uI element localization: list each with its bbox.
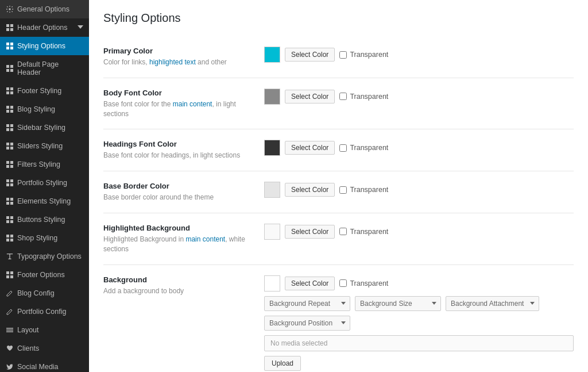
svg-rect-11 [6,69,9,72]
sidebar-item-elements-styling[interactable]: Elements Styling [0,192,89,210]
svg-rect-26 [10,143,13,145]
edit-icon [6,289,14,297]
svg-rect-16 [10,91,13,94]
setting-base-border-color: Base Border Color Base border color arou… [103,171,574,213]
x-icon [6,326,14,334]
sidebar-item-footer-options[interactable]: Footer Options [0,266,89,284]
sidebar-item-shop-styling[interactable]: Shop Styling [0,229,89,247]
grid-icon [6,142,14,150]
select-color-button[interactable]: Select Color [285,277,335,290]
svg-rect-9 [6,65,9,68]
svg-rect-30 [10,161,13,164]
svg-rect-43 [6,220,9,223]
svg-rect-48 [10,239,13,241]
transparent-checkbox[interactable] [339,51,347,59]
media-input[interactable] [264,335,574,351]
sidebar-item-sliders-styling[interactable]: Sliders Styling [0,137,89,155]
svg-rect-5 [6,43,9,45]
sidebar-item-styling-options[interactable]: Styling Options [0,37,89,55]
bg-size-select[interactable]: Background Size autocovercontain [355,296,441,311]
setting-label: Body Font Color [103,89,253,97]
transparent-checkbox[interactable] [339,228,347,235]
svg-rect-44 [10,220,13,223]
setting-body-font-color: Body Font Color Base font color for the … [103,78,574,130]
svg-rect-35 [6,183,9,186]
sidebar-item-blog-config[interactable]: Blog Config [0,284,89,302]
sidebar-item-footer-styling[interactable]: Footer Styling [0,82,89,100]
svg-rect-15 [6,91,9,94]
setting-label: Primary Color [103,47,253,55]
svg-rect-13 [6,87,9,90]
color-swatch-headings [264,140,280,156]
select-color-button[interactable]: Select Color [285,48,335,62]
gear-icon [6,5,14,13]
background-position-row: Background Position left topcenter topri… [264,316,574,331]
grid-icon [6,105,14,113]
transparent-checkbox[interactable] [339,144,347,152]
svg-rect-29 [6,161,9,164]
twitter-icon [6,363,14,371]
transparent-checkbox-label: Transparent [339,51,388,59]
sidebar-item-general-options[interactable]: General Options [0,0,89,18]
svg-rect-3 [6,28,9,31]
setting-desc: Color for links, highlighted text and ot… [103,57,253,67]
svg-rect-42 [10,216,13,219]
sidebar-item-label: Layout [17,326,39,334]
sidebar-item-filters-styling[interactable]: Filters Styling [0,155,89,174]
select-color-button[interactable]: Select Color [285,90,335,103]
svg-rect-23 [6,128,9,131]
svg-rect-2 [10,24,13,27]
color-swatch-primary [264,47,280,63]
sidebar-item-blog-styling[interactable]: Blog Styling [0,100,89,118]
grid-icon [6,64,14,72]
svg-rect-46 [10,235,13,237]
sidebar-item-label: Shop Styling [17,234,57,242]
svg-rect-1 [6,24,9,27]
svg-rect-19 [6,110,9,113]
sidebar-item-label: Social Media [17,363,59,371]
transparent-checkbox-label: Transparent [339,144,388,152]
sidebar-item-default-page-header[interactable]: Default Page Header [0,55,89,82]
select-color-button[interactable]: Select Color [285,183,335,197]
transparent-checkbox[interactable] [339,186,347,194]
sidebar-item-label: Sliders Styling [17,142,63,150]
sidebar-item-sidebar-styling[interactable]: Sidebar Styling [0,118,89,137]
page-title: Styling Options [103,11,574,25]
sidebar-item-clients[interactable]: Clients [0,339,89,358]
heart-icon [6,344,14,352]
grid-icon [6,234,14,242]
setting-label: Background [103,275,253,284]
bg-position-select[interactable]: Background Position left topcenter topri… [264,316,350,331]
svg-rect-51 [6,275,9,278]
transparent-checkbox[interactable] [339,93,347,100]
setting-label: Base Border Color [103,182,253,190]
select-color-button[interactable]: Select Color [285,225,335,239]
sidebar-item-layout[interactable]: Layout [0,321,89,339]
bg-attachment-select[interactable]: Background Attachment scrollfixedlocal [446,296,539,311]
svg-rect-12 [10,69,13,72]
grid-icon [6,124,14,132]
transparent-checkbox[interactable] [339,279,347,287]
svg-rect-4 [10,28,13,31]
svg-rect-31 [6,165,9,168]
svg-rect-36 [10,183,13,186]
transparent-checkbox-label: Transparent [339,279,388,287]
bg-repeat-select[interactable]: Background Repeat no-repeatrepeatrepeat-… [264,296,350,311]
select-color-button[interactable]: Select Color [285,141,335,155]
sidebar-item-portfolio-styling[interactable]: Portfolio Styling [0,174,89,192]
upload-button[interactable]: Upload [264,356,301,371]
grid-icon [6,42,14,50]
sidebar-item-portfolio-config[interactable]: Portfolio Config [0,302,89,321]
sidebar-item-typography-options[interactable]: Typography Options [0,247,89,266]
sidebar-item-social-media[interactable]: Social Media [0,358,89,372]
sidebar-item-label: Portfolio Config [17,308,66,316]
sidebar-item-buttons-styling[interactable]: Buttons Styling [0,210,89,229]
sidebar-item-header-options[interactable]: Header Options [0,18,89,37]
sidebar-item-label: Clients [17,344,39,352]
transparent-checkbox-label: Transparent [339,186,388,194]
svg-rect-25 [6,143,9,145]
sidebar-item-label: Header Options [17,24,68,32]
color-swatch-body-font [264,89,280,105]
setting-desc: Base font color for the main content, in… [103,99,253,119]
edit-icon [6,308,14,316]
